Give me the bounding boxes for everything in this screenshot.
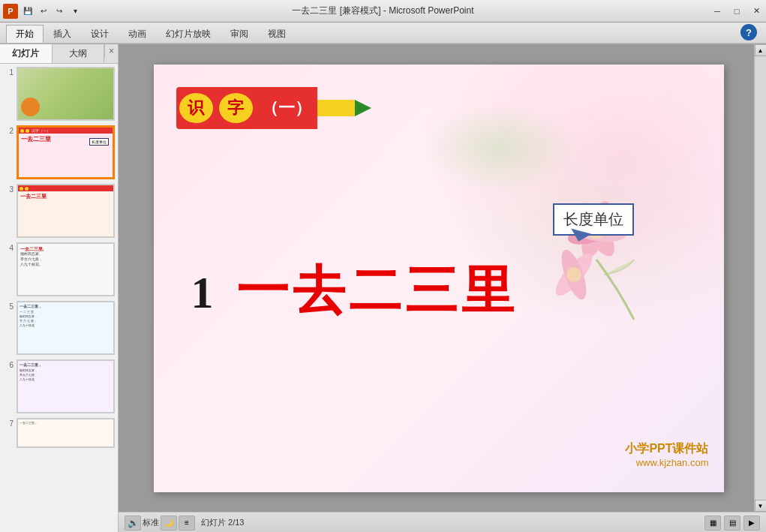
slide-num-6: 6 (3, 359, 14, 369)
redo-quick-btn[interactable]: ↪ (53, 5, 66, 18)
slide-preview-6[interactable]: 一去二三里， 烟村四五家， 亭台六七座， 八九十枝花 (17, 359, 115, 413)
watermark-line1: 小学PPT课件站 (625, 441, 708, 457)
slide-num-1: 1 (3, 67, 14, 77)
status-left: 🔊 标准 🌙 ≡ 幻灯片 2/13 (125, 515, 244, 530)
banner-char-2: 字 (219, 93, 253, 123)
watermark-line2: www.kjzhan.com (625, 457, 708, 468)
slide-num-2: 2 (3, 125, 14, 135)
scroll-down-btn[interactable]: ▼ (755, 500, 767, 512)
banner-char-1: 识 (179, 93, 213, 123)
slide-thumb-7[interactable]: 7 一去二三里... (3, 418, 115, 448)
quick-access-toolbar: 💾 ↩ ↪ ▾ (21, 5, 82, 18)
pencil-decoration (317, 100, 371, 116)
tab-outline[interactable]: 大纲 (53, 44, 105, 63)
slide-banner: 识 字 （一） (176, 87, 371, 129)
ribbon-tab-strip: 开始 插入 设计 动画 幻灯片放映 审阅 视图 ? (0, 23, 766, 44)
tab-start[interactable]: 开始 (6, 25, 44, 43)
slide-thumb-1[interactable]: 1 (3, 67, 115, 121)
tab-design[interactable]: 设计 (81, 25, 119, 43)
ribbon: 开始 插入 设计 动画 幻灯片放映 审阅 视图 ? (0, 23, 766, 44)
normal-view-btn[interactable]: ▦ (704, 515, 721, 530)
svg-point-7 (566, 267, 581, 282)
tab-review[interactable]: 审阅 (221, 25, 258, 43)
content-area: 识 字 （一） 长度单位 (119, 44, 766, 532)
status-view-icon[interactable]: 🔊 (125, 515, 141, 530)
main-layout: 幻灯片 大纲 × 1 2 (0, 44, 766, 532)
tab-slideshow[interactable]: 幻灯片放映 (156, 25, 221, 43)
slide-preview-1[interactable] (17, 67, 115, 121)
tab-insert[interactable]: 插入 (44, 25, 81, 43)
slide-preview-7[interactable]: 一去二三里... (17, 418, 115, 448)
status-bar: 🔊 标准 🌙 ≡ 幻灯片 2/13 ▦ ▤ ▶ (119, 512, 766, 532)
customize-quick-btn[interactable]: ▾ (68, 5, 82, 18)
window-title: 一去二三里 [兼容模式] - Microsoft PowerPoint (292, 5, 473, 17)
slide-thumb-2[interactable]: 2 识字（一） 一去二三里 长度单位 (3, 125, 115, 179)
help-btn[interactable]: ? (740, 24, 757, 41)
watermark: 小学PPT课件站 www.kjzhan.com (625, 441, 708, 468)
slideshow-btn[interactable]: ▶ (743, 515, 760, 530)
vertical-scrollbar[interactable]: ▲ ▼ (754, 44, 766, 512)
slide-thumb-5[interactable]: 5 一去二三里， 一 二 三 里 烟村四五家， 字 六 七 座， 八九十枝花 (3, 301, 115, 355)
save-quick-btn[interactable]: 💾 (21, 5, 35, 18)
slide-preview-2[interactable]: 识字（一） 一去二三里 长度单位 (17, 125, 115, 179)
window-controls: ─ □ ✕ (707, 4, 766, 19)
slide-canvas[interactable]: 识 字 （一） 长度单位 (154, 65, 724, 492)
slide-thumb-6[interactable]: 6 一去二三里， 烟村四五家， 亭台六七座， 八九十枝花 (3, 359, 115, 413)
panel-tabs: 幻灯片 大纲 × (0, 44, 118, 64)
title-bar-left: P 💾 ↩ ↪ ▾ (0, 4, 82, 19)
status-icons: 🔊 标准 🌙 ≡ (125, 515, 195, 530)
slide-count: 幻灯片 2/13 (201, 517, 244, 528)
slide-preview-3[interactable]: 一去二三里 (17, 184, 115, 238)
slide-title-text[interactable]: 一去二三里 (236, 256, 518, 326)
slides-panel: 幻灯片 大纲 × 1 2 (0, 44, 119, 532)
status-right: ▦ ▤ ▶ (704, 515, 760, 530)
title-bar: P 💾 ↩ ↪ ▾ 一去二三里 [兼容模式] - Microsoft Power… (0, 0, 766, 23)
banner-red-bg: 识 字 （一） (176, 87, 317, 129)
status-theme: 标准 (143, 517, 159, 528)
tab-slides[interactable]: 幻灯片 (0, 44, 53, 63)
panel-close-btn[interactable]: × (104, 44, 118, 58)
slides-list[interactable]: 1 2 识字（一） 一去二三里 (0, 64, 118, 532)
minimize-btn[interactable]: ─ (707, 4, 727, 19)
slide-thumb-3[interactable]: 3 一去二三里 (3, 184, 115, 238)
tab-animation[interactable]: 动画 (119, 25, 156, 43)
slide-thumb-4[interactable]: 4 一去二三里, 烟村四五家。 亭台六七座， 八九十枝花。 (3, 242, 115, 296)
slide-num-7: 7 (3, 418, 14, 428)
slide-sorter-btn[interactable]: ▤ (724, 515, 740, 530)
scroll-up-btn[interactable]: ▲ (755, 44, 767, 56)
restore-btn[interactable]: □ (727, 4, 746, 19)
scroll-track[interactable] (755, 56, 766, 500)
status-icon-3[interactable]: ≡ (179, 515, 195, 530)
banner-subtitle: （一） (256, 97, 317, 119)
slide-preview-5[interactable]: 一去二三里， 一 二 三 里 烟村四五家， 字 六 七 座， 八九十枝花 (17, 301, 115, 355)
slide-title-number: 1 (191, 267, 214, 319)
slide-preview-4[interactable]: 一去二三里, 烟村四五家。 亭台六七座， 八九十枝花。 (17, 242, 115, 296)
app-icon: P (3, 4, 18, 19)
close-btn[interactable]: ✕ (746, 4, 766, 19)
slide-num-3: 3 (3, 184, 14, 194)
label-box: 长度单位 (553, 203, 634, 236)
status-icon-2[interactable]: 🌙 (161, 515, 177, 530)
slide-num-5: 5 (3, 301, 14, 311)
slide-num-4: 4 (3, 242, 14, 252)
tab-view[interactable]: 视图 (258, 25, 296, 43)
slide-area[interactable]: 识 字 （一） 长度单位 (119, 44, 766, 512)
undo-quick-btn[interactable]: ↩ (37, 5, 50, 18)
